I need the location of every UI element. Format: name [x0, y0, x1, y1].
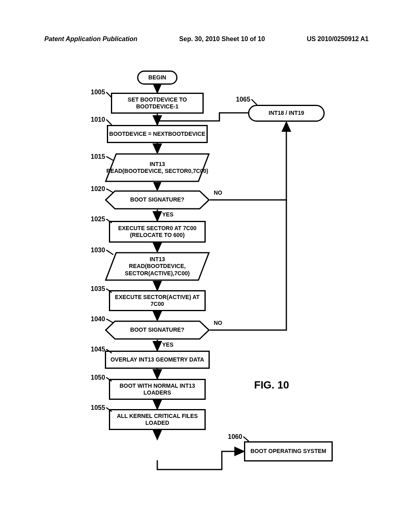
decision-1020: BOOT SIGNATURE?	[105, 190, 210, 210]
process-1005-label: SET BOOTDEVICE TO BOOTDEVICE-1	[112, 96, 202, 110]
leader-1060	[243, 436, 250, 443]
leader-1040	[106, 319, 115, 324]
ref-1050: 1050	[91, 374, 105, 381]
header-center: Sep. 30, 2010 Sheet 10 of 10	[179, 35, 265, 43]
decision-1040: BOOT SIGNATURE?	[105, 320, 210, 340]
edge-1040-no: NO	[214, 320, 222, 326]
process-1050-label: BOOT WITH NORMAL INT13 LOADERS	[110, 382, 204, 397]
ref-1005: 1005	[91, 89, 105, 96]
leader-1025	[106, 219, 113, 224]
io-1015: INT13 READ(BOOTDEVICE, SECTOR0,7C00)	[105, 153, 210, 182]
process-1025-label: EXECUTE SECTOR0 AT 7C00 (RELOCATE TO 600…	[110, 225, 204, 239]
ref-1010: 1010	[91, 116, 105, 123]
ref-1065: 1065	[236, 96, 250, 103]
ref-1040: 1040	[91, 316, 105, 323]
process-1050: BOOT WITH NORMAL INT13 LOADERS	[109, 379, 206, 400]
process-1010-label: BOOTDEVICE = NEXTBOOTDEVICE	[109, 131, 205, 138]
edge-1040-yes: YES	[162, 341, 173, 348]
leader-1020	[106, 189, 115, 194]
leader-1065	[251, 99, 259, 106]
process-1045: OVERLAY INT13 GEOMETRY DATA	[105, 351, 210, 369]
leader-1010	[106, 119, 113, 127]
process-1060: BOOT OPERATING SYSTEM	[244, 441, 333, 461]
decision-1040-label: BOOT SIGNATURE?	[130, 326, 184, 334]
ref-1060: 1060	[228, 433, 242, 441]
ref-1025: 1025	[91, 216, 105, 223]
process-1035: EXECUTE SECTOR(ACTIVE) AT 7C00	[109, 290, 206, 311]
figure-label: FIG. 10	[254, 379, 289, 391]
process-1045-label: OVERLAY INT13 GEOMETRY DATA	[111, 356, 204, 364]
begin-label: BEGIN	[148, 74, 166, 81]
process-1055-label: ALL KERNEL CRITICAL FILES LOADED	[110, 413, 204, 427]
terminator-1065: INT18 / INT19	[248, 105, 325, 122]
edge-1020-yes: YES	[162, 211, 173, 218]
page-header: Patent Application Publication Sep. 30, …	[44, 35, 369, 43]
process-1005: SET BOOTDEVICE TO BOOTDEVICE-1	[111, 93, 204, 114]
header-right: US 2010/0250912 A1	[307, 35, 369, 43]
leader-1045	[106, 349, 113, 355]
leader-1050	[106, 377, 113, 383]
begin-terminator: BEGIN	[137, 71, 177, 85]
process-1010: BOOTDEVICE = NEXTBOOTDEVICE	[107, 125, 208, 143]
ref-1015: 1015	[91, 153, 105, 160]
process-1035-label: EXECUTE SECTOR(ACTIVE) AT 7C00	[110, 294, 204, 308]
io-1030-label: INT13 READ(BOOTDEVICE, SECTOR(ACTIVE),7C…	[105, 256, 210, 277]
ref-1045: 1045	[91, 346, 105, 353]
leader-1035	[106, 289, 113, 294]
io-1015-label: INT13 READ(BOOTDEVICE, SECTOR0,7C00)	[106, 161, 209, 175]
leader-1005	[106, 92, 113, 99]
header-left: Patent Application Publication	[44, 35, 138, 43]
terminator-1065-label: INT18 / INT19	[269, 110, 304, 117]
process-1025: EXECUTE SECTOR0 AT 7C00 (RELOCATE TO 600…	[109, 221, 206, 243]
ref-1030: 1030	[91, 247, 105, 254]
ref-1055: 1055	[91, 404, 105, 411]
decision-1020-label: BOOT SIGNATURE?	[130, 196, 184, 204]
edge-1020-no: NO	[214, 189, 222, 196]
process-1055: ALL KERNEL CRITICAL FILES LOADED	[109, 409, 206, 430]
ref-1035: 1035	[91, 285, 105, 293]
leader-1055	[106, 407, 113, 413]
process-1060-label: BOOT OPERATING SYSTEM	[250, 448, 326, 455]
io-1030: INT13 READ(BOOTDEVICE, SECTOR(ACTIVE),7C…	[105, 252, 210, 281]
ref-1020: 1020	[91, 185, 105, 193]
